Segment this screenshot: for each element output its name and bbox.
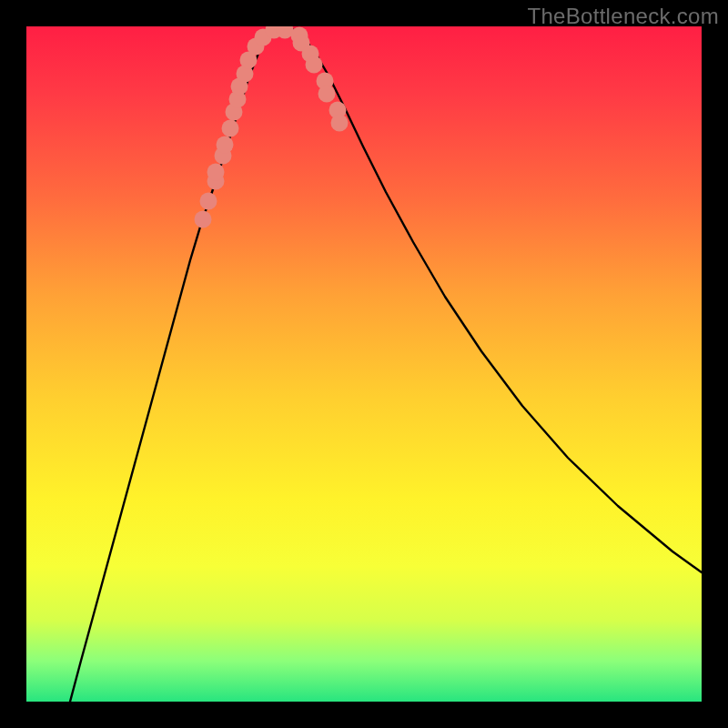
bottleneck-curve: [70, 28, 702, 702]
dot-point: [306, 56, 323, 74]
dot-point: [222, 120, 239, 137]
watermark-text: TheBottleneck.com: [527, 4, 719, 29]
dot-point: [207, 164, 225, 181]
chart-frame: [26, 26, 702, 702]
highlighted-points: [195, 26, 349, 228]
dot-point: [331, 115, 349, 132]
dot-point: [318, 86, 336, 103]
bottleneck-chart: [26, 26, 702, 702]
dot-point: [195, 211, 212, 228]
dot-point: [217, 136, 234, 154]
dot-point: [200, 193, 217, 210]
